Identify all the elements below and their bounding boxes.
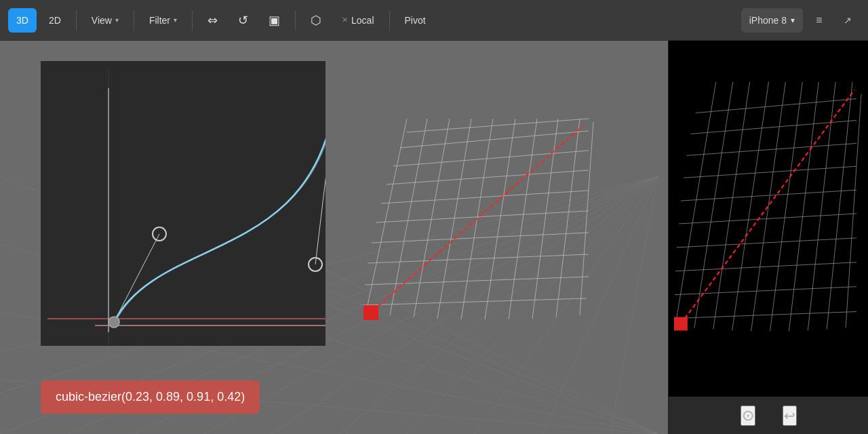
iphone-camera-button[interactable]: ⊙ bbox=[741, 406, 755, 426]
bezier-panel[interactable] bbox=[41, 61, 326, 346]
svg-line-38 bbox=[556, 119, 580, 317]
separator-2 bbox=[134, 10, 134, 31]
iphone-preview-panel: ⊙ ↩ bbox=[668, 41, 868, 434]
separator-3 bbox=[192, 10, 193, 31]
btn-frame[interactable]: ▣ bbox=[260, 8, 288, 33]
device-chevron-icon: ▾ bbox=[791, 16, 795, 25]
separator-1 bbox=[76, 10, 77, 31]
svg-line-40 bbox=[363, 298, 587, 305]
separator-5 bbox=[389, 10, 390, 31]
toolbar: 3D 2D View ▾ Filter ▾ ⇔ ↺ ▣ ⬡ ✕ Local Pi… bbox=[0, 0, 868, 41]
svg-line-31 bbox=[390, 119, 427, 315]
move-icon: ⇔ bbox=[208, 13, 218, 28]
btn-pivot[interactable]: Pivot bbox=[397, 8, 434, 33]
camera-icon: ⊙ bbox=[742, 407, 754, 424]
iphone-back-button[interactable]: ↩ bbox=[783, 406, 797, 426]
svg-rect-19 bbox=[41, 61, 326, 346]
bezier-formula-text: cubic-bezier(0.23, 0.89, 0.91, 0.42) bbox=[56, 390, 245, 403]
btn-cube[interactable]: ⬡ bbox=[302, 8, 330, 33]
view-chevron-icon: ▾ bbox=[115, 16, 119, 24]
svg-line-47 bbox=[393, 151, 589, 166]
cube-icon: ⬡ bbox=[311, 13, 321, 28]
3d-grid-mesh bbox=[353, 108, 597, 326]
svg-line-35 bbox=[485, 119, 515, 319]
external-link-icon: ↗ bbox=[844, 15, 852, 26]
svg-line-44 bbox=[376, 211, 589, 222]
main-content: cubic-bezier(0.23, 0.89, 0.91, 0.42) bbox=[0, 41, 868, 434]
svg-line-48 bbox=[400, 131, 589, 148]
external-link-button[interactable]: ↗ bbox=[835, 8, 860, 33]
svg-line-41 bbox=[365, 277, 589, 285]
filter-label: Filter bbox=[149, 15, 170, 26]
hamburger-menu-button[interactable]: ≡ bbox=[807, 8, 831, 33]
svg-line-49 bbox=[407, 119, 589, 132]
btn-2d[interactable]: 2D bbox=[41, 8, 69, 33]
svg-line-50 bbox=[373, 125, 583, 311]
bezier-formula-label: cubic-bezier(0.23, 0.89, 0.91, 0.42) bbox=[41, 380, 260, 414]
separator-4 bbox=[295, 10, 296, 31]
svg-line-43 bbox=[372, 233, 589, 243]
btn-move[interactable]: ⇔ bbox=[199, 8, 226, 33]
back-icon: ↩ bbox=[784, 408, 795, 423]
svg-line-37 bbox=[532, 119, 558, 319]
filter-chevron-icon: ▾ bbox=[174, 16, 177, 24]
view-label: View bbox=[92, 15, 112, 26]
btn-refresh[interactable]: ↺ bbox=[230, 8, 256, 33]
iphone-preview-svg bbox=[669, 41, 868, 397]
iphone-screen bbox=[669, 41, 868, 397]
svg-point-28 bbox=[108, 317, 119, 328]
toolbar-right: iPhone 8 ▾ ≡ ↗ bbox=[741, 8, 860, 33]
device-name: iPhone 8 bbox=[749, 15, 787, 26]
bezier-curve-editor bbox=[41, 61, 326, 346]
btn-view[interactable]: View ▾ bbox=[83, 8, 127, 33]
svg-line-11 bbox=[610, 176, 658, 434]
frame-icon: ▣ bbox=[269, 13, 280, 28]
viewport[interactable]: cubic-bezier(0.23, 0.89, 0.91, 0.42) bbox=[0, 41, 668, 434]
iphone-bottom-toolbar: ⊙ ↩ bbox=[669, 397, 868, 434]
btn-3d[interactable]: 3D bbox=[8, 8, 37, 33]
svg-rect-74 bbox=[674, 317, 688, 331]
hamburger-icon: ≡ bbox=[816, 14, 822, 26]
close-x-icon: ✕ bbox=[342, 16, 348, 24]
local-label: Local bbox=[351, 15, 374, 26]
svg-rect-51 bbox=[363, 305, 378, 320]
grid-mesh-svg bbox=[353, 108, 597, 326]
btn-filter[interactable]: Filter ▾ bbox=[141, 8, 185, 33]
refresh-icon: ↺ bbox=[238, 13, 248, 28]
btn-local[interactable]: ✕ Local bbox=[334, 8, 382, 33]
svg-line-36 bbox=[509, 119, 537, 319]
svg-line-32 bbox=[414, 119, 450, 317]
device-dropdown[interactable]: iPhone 8 ▾ bbox=[741, 8, 803, 33]
